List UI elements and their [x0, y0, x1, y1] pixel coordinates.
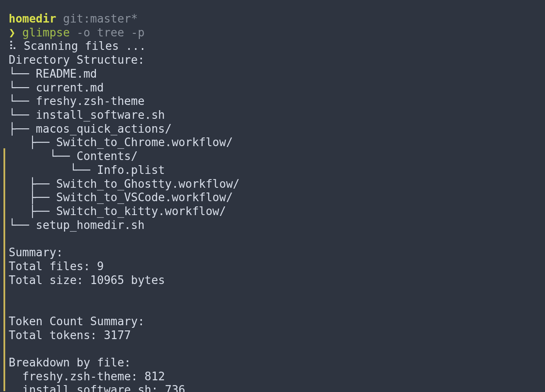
blank-line: [9, 232, 545, 246]
tree-line: └── setup_homedir.sh: [9, 219, 545, 232]
tree-line: └── Contents/: [9, 150, 545, 163]
tree-line: ├── Switch_to_Ghostty.workflow/: [9, 177, 545, 191]
command-name: glimpse: [22, 26, 70, 39]
breakdown-file-value: 812: [144, 370, 165, 383]
command-args: -o tree -p: [70, 26, 144, 39]
summary-files-value: 9: [97, 260, 104, 273]
breakdown-header: Breakdown by file:: [9, 356, 545, 370]
tree-line: └── Info.plist: [9, 163, 545, 177]
summary-size: Total size: 10965 bytes: [9, 274, 545, 287]
prompt-git-branch: master: [90, 12, 131, 25]
tree-line: ├── Switch_to_Chrome.workflow/: [9, 136, 545, 150]
prompt-git-prefix: git: [56, 12, 84, 25]
prompt-line-2: ❯ glimpse -o tree -p: [9, 26, 545, 40]
tree-line: ├── Switch_to_kitty.workflow/: [9, 205, 545, 219]
summary-header: Summary:: [9, 246, 545, 260]
prompt-git-dirty: *: [131, 12, 138, 25]
blank-line: [9, 287, 545, 301]
breakdown-file-name: install_software.sh: [22, 383, 151, 392]
blank-line: [9, 342, 545, 356]
breakdown-file-value: 736: [165, 383, 185, 392]
prompt-arrow-icon: ❯: [9, 26, 16, 39]
tokens-total-value: 3177: [104, 329, 131, 342]
summary-size-value: 10965 bytes: [90, 274, 165, 287]
scanning-text: Scanning files ...: [17, 39, 146, 52]
blank-line: [9, 301, 545, 315]
tree-line: ├── Switch_to_VSCode.workflow/: [9, 191, 545, 205]
tree-header: Directory Structure:: [9, 53, 545, 67]
tree-line: ├── macos_quick_actions/: [9, 122, 545, 136]
summary-size-label: Total size:: [9, 274, 90, 287]
tokens-header: Token Count Summary:: [9, 315, 545, 329]
prompt-git-colon: :: [83, 12, 90, 25]
tokens-total-label: Total tokens:: [9, 329, 104, 342]
tree-line: └── freshy.zsh-theme: [9, 95, 545, 108]
breakdown-item: freshy.zsh-theme: 812: [9, 370, 545, 384]
prompt-directory: homedir: [9, 12, 56, 25]
tree-line: └── current.md: [9, 81, 545, 95]
tree-line: └── install_software.sh: [9, 108, 545, 122]
terminal-output[interactable]: homedir git:master* ❯ glimpse -o tree -p…: [0, 0, 545, 392]
scanning-line: ⠧ Scanning files ...: [9, 39, 545, 53]
summary-files: Total files: 9: [9, 260, 545, 274]
summary-files-label: Total files:: [9, 260, 97, 273]
spinner-icon: ⠧: [9, 39, 17, 52]
tokens-total: Total tokens: 3177: [9, 329, 545, 343]
breakdown-file-name: freshy.zsh-theme: [22, 370, 131, 383]
breakdown-item: install_software.sh: 736: [9, 383, 545, 392]
prompt-line-1: homedir git:master*: [9, 12, 545, 26]
tree-line: └── README.md: [9, 67, 545, 81]
